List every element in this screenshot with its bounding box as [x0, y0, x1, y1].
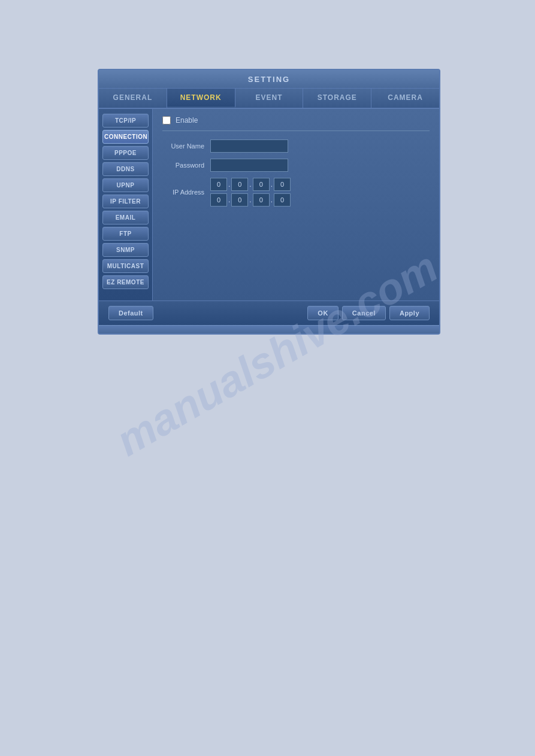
sidebar-item-ddns[interactable]: DDNS [102, 162, 149, 176]
title-text: SETTING [248, 75, 290, 84]
ip2-oct1[interactable] [210, 193, 227, 207]
ip1-oct4[interactable] [274, 178, 291, 191]
sidebar-item-multicast[interactable]: MULTICAST [102, 259, 149, 273]
sidebar-item-connection[interactable]: CONNECTION [102, 130, 149, 144]
ip-address-label: IP Address [162, 189, 210, 196]
username-label: User Name [162, 142, 210, 150]
sidebar-item-ftp[interactable]: FTP [102, 227, 149, 241]
username-input[interactable] [210, 139, 288, 153]
ip1-oct1[interactable] [210, 178, 227, 191]
main-panel: Enable User Name Password IP Address . [153, 109, 439, 300]
ip2-oct2[interactable] [231, 193, 248, 207]
main-container: SETTING GENERAL NETWORK EVENT STORAGE CA… [98, 69, 440, 335]
default-button[interactable]: Default [108, 306, 153, 320]
sidebar-item-ipfilter[interactable]: IP FILTER [102, 195, 149, 208]
tab-storage[interactable]: STORAGE [303, 89, 371, 108]
sidebar-item-ezremote[interactable]: EZ REMOTE [102, 275, 149, 289]
password-row: Password [162, 159, 430, 172]
sidebar-item-pppoe[interactable]: PPPOE [102, 146, 149, 160]
cancel-button[interactable]: Cancel [342, 306, 386, 320]
tab-event[interactable]: EVENT [235, 89, 304, 108]
ip2-oct4[interactable] [274, 193, 291, 207]
content-area: TCP/IP CONNECTION PPPOE DDNS UPNP IP FIL… [99, 109, 439, 300]
sidebar-item-upnp[interactable]: UPNP [102, 178, 149, 192]
username-row: User Name [162, 139, 430, 153]
enable-row: Enable [162, 116, 430, 131]
ip1-oct3[interactable] [253, 178, 270, 191]
sidebar-item-snmp[interactable]: SNMP [102, 243, 149, 257]
ip-group-2: . . . [210, 193, 291, 207]
ip2-oct3[interactable] [253, 193, 270, 207]
bottom-bar: Default OK Cancel Apply [99, 300, 439, 325]
tab-camera[interactable]: CAMERA [371, 89, 439, 108]
ip-group-1: . . . [210, 178, 291, 191]
enable-label: Enable [176, 116, 198, 125]
sidebar: TCP/IP CONNECTION PPPOE DDNS UPNP IP FIL… [99, 109, 153, 300]
sidebar-item-tcpip[interactable]: TCP/IP [102, 114, 149, 127]
apply-button[interactable]: Apply [389, 306, 430, 320]
right-buttons: OK Cancel Apply [307, 306, 430, 320]
enable-checkbox[interactable] [162, 116, 171, 125]
tab-network[interactable]: NETWORK [167, 89, 235, 108]
tab-general[interactable]: GENERAL [99, 89, 167, 108]
sidebar-item-email[interactable]: EMAIL [102, 211, 149, 224]
ok-button[interactable]: OK [307, 306, 338, 320]
password-input[interactable] [210, 159, 288, 172]
password-label: Password [162, 162, 210, 169]
title-bar: SETTING [99, 70, 439, 89]
footer-bar [99, 325, 439, 333]
ip-address-row: IP Address . . . . . [162, 178, 430, 207]
ip1-oct2[interactable] [231, 178, 248, 191]
ip-address-wrapper: . . . . . . [210, 178, 291, 207]
top-tabs: GENERAL NETWORK EVENT STORAGE CAMERA [99, 89, 439, 109]
